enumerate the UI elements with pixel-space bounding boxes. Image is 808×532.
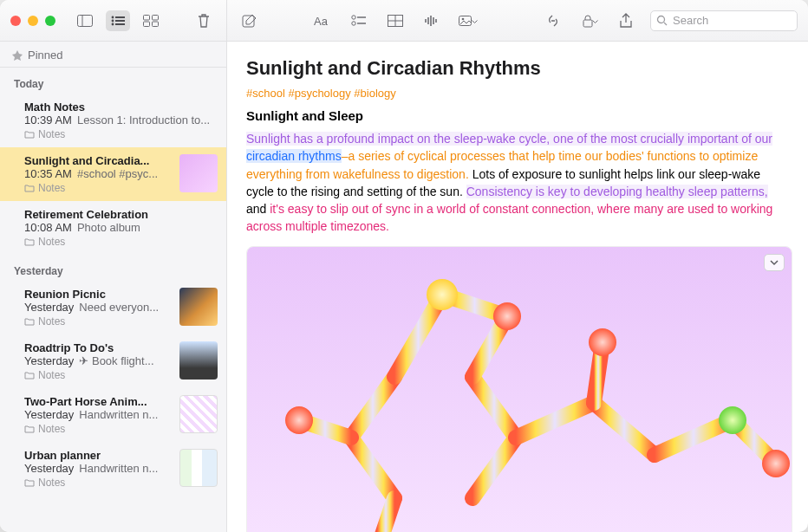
section-header: Yesterday: [0, 255, 226, 281]
note-item-thumbnail: [179, 449, 218, 487]
folder-icon: [24, 425, 35, 433]
svg-rect-28: [583, 20, 592, 27]
note-item-title: Roadtrip To Do's: [24, 341, 173, 354]
note-attachment[interactable]: [246, 246, 792, 532]
note-item-thumbnail: [179, 154, 218, 192]
note-title: Sunlight and Circadian Rhythms: [246, 57, 789, 80]
notes-window: Aa: [0, 0, 808, 532]
text-segment: it's easy to slip out of sync in a world…: [246, 202, 772, 233]
svg-point-2: [112, 16, 114, 18]
folder-icon: [24, 371, 35, 380]
text-segment: and: [246, 202, 270, 216]
audio-icon[interactable]: [420, 10, 444, 31]
svg-point-51: [589, 328, 616, 356]
link-note-icon[interactable]: [541, 10, 565, 31]
svg-point-49: [493, 302, 521, 330]
folder-icon: [24, 130, 35, 139]
pinned-label: Pinned: [28, 49, 62, 62]
note-item-folder: Notes: [24, 315, 173, 328]
text-segment: Sunlight has a profound impact on the sl…: [246, 132, 772, 146]
note-item-folder: Notes: [24, 423, 173, 435]
svg-point-16: [352, 21, 355, 24]
svg-text:Aa: Aa: [314, 15, 329, 28]
notes-list[interactable]: Pinned TodayMath Notes10:39 AMLesson 1: …: [0, 42, 227, 532]
folder-icon: [24, 478, 35, 487]
note-item-folder: Notes: [24, 128, 218, 140]
note-item-meta: Yesterday✈︎ Book flight...: [24, 354, 173, 367]
note-item-folder: Notes: [24, 236, 218, 248]
svg-point-50: [285, 406, 313, 434]
note-list-item[interactable]: Urban plannerYesterdayHandwritten n...No…: [0, 442, 226, 496]
table-icon[interactable]: [383, 10, 407, 31]
note-item-title: Reunion Picnic: [24, 288, 173, 301]
svg-rect-31: [247, 247, 792, 532]
media-icon[interactable]: [456, 10, 480, 31]
close-window-button[interactable]: [10, 16, 21, 26]
lock-note-icon[interactable]: [577, 10, 602, 31]
svg-rect-9: [153, 15, 159, 20]
svg-point-27: [462, 17, 465, 20]
format-text-icon[interactable]: Aa: [310, 10, 335, 31]
note-list-item[interactable]: Two-Part Horse Anim...YesterdayHandwritt…: [0, 388, 226, 442]
search-placeholder: Search: [673, 14, 708, 27]
body: Pinned TodayMath Notes10:39 AMLesson 1: …: [0, 42, 808, 532]
pinned-header[interactable]: Pinned: [0, 42, 226, 68]
delete-note-icon[interactable]: [192, 10, 216, 31]
note-item-meta: YesterdayHandwritten n...: [24, 462, 173, 475]
svg-point-54: [762, 450, 790, 477]
note-list-item[interactable]: Math Notes10:39 AMLesson 1: Introduction…: [0, 94, 226, 147]
note-item-thumbnail: [179, 341, 218, 380]
note-item-folder: Notes: [24, 369, 173, 381]
note-content[interactable]: Sunlight and Circadian Rhythms #school #…: [227, 42, 808, 532]
svg-point-4: [112, 19, 114, 22]
note-list-item[interactable]: Retirement Celebration10:08 AMPhoto albu…: [0, 201, 226, 255]
note-list-item[interactable]: Roadtrip To Do'sYesterday✈︎ Book flight.…: [0, 334, 226, 388]
list-view-icon[interactable]: [106, 10, 130, 31]
svg-point-14: [352, 15, 355, 18]
minimize-window-button[interactable]: [28, 16, 38, 26]
share-icon[interactable]: [614, 10, 638, 31]
attachment-menu-icon[interactable]: [764, 254, 785, 271]
note-item-meta: YesterdayHandwritten n...: [24, 408, 173, 421]
zoom-window-button[interactable]: [45, 16, 55, 26]
svg-rect-3: [115, 16, 125, 18]
svg-rect-0: [78, 15, 93, 26]
molecule-image: [247, 247, 792, 532]
svg-line-30: [664, 23, 667, 25]
note-item-folder: Notes: [24, 477, 173, 489]
note-item-thumbnail: [179, 395, 218, 433]
note-list-item[interactable]: Reunion PicnicYesterdayNeed everyon...No…: [0, 281, 226, 334]
svg-rect-11: [153, 22, 159, 27]
folder-icon: [24, 184, 35, 192]
toggle-sidebar-icon[interactable]: [73, 10, 97, 31]
note-item-meta: 10:35 AM#school #psyc...: [24, 167, 173, 180]
svg-rect-7: [115, 23, 125, 25]
search-input[interactable]: Search: [650, 10, 798, 31]
note-item-title: Math Notes: [24, 101, 218, 114]
titlebar: Aa: [0, 0, 808, 42]
checklist-icon[interactable]: [347, 10, 371, 31]
svg-rect-5: [115, 20, 125, 22]
window-controls: [10, 16, 55, 26]
titlebar-left: [0, 0, 227, 41]
new-note-icon[interactable]: [238, 10, 262, 31]
gallery-view-icon[interactable]: [139, 10, 163, 31]
svg-rect-10: [144, 22, 150, 27]
svg-point-6: [112, 23, 114, 25]
section-header: Today: [0, 68, 226, 94]
svg-point-48: [427, 279, 458, 310]
note-item-title: Retirement Celebration: [24, 208, 218, 221]
folder-icon: [24, 317, 35, 326]
note-item-title: Two-Part Horse Anim...: [24, 395, 173, 408]
note-subtitle: Sunlight and Sleep: [246, 108, 789, 123]
note-item-title: Urban planner: [24, 449, 173, 462]
note-hashtags[interactable]: #school #psychology #biology: [246, 87, 789, 100]
titlebar-right: Aa: [227, 0, 808, 41]
note-body[interactable]: Sunlight has a profound impact on the sl…: [246, 130, 789, 236]
text-segment: circadian rhythms: [246, 149, 342, 163]
note-item-meta: YesterdayNeed everyon...: [24, 301, 173, 314]
pin-icon: [12, 50, 23, 61]
svg-rect-8: [144, 15, 150, 20]
note-list-item[interactable]: Sunlight and Circadia...10:35 AM#school …: [0, 147, 226, 201]
note-item-title: Sunlight and Circadia...: [24, 154, 173, 167]
